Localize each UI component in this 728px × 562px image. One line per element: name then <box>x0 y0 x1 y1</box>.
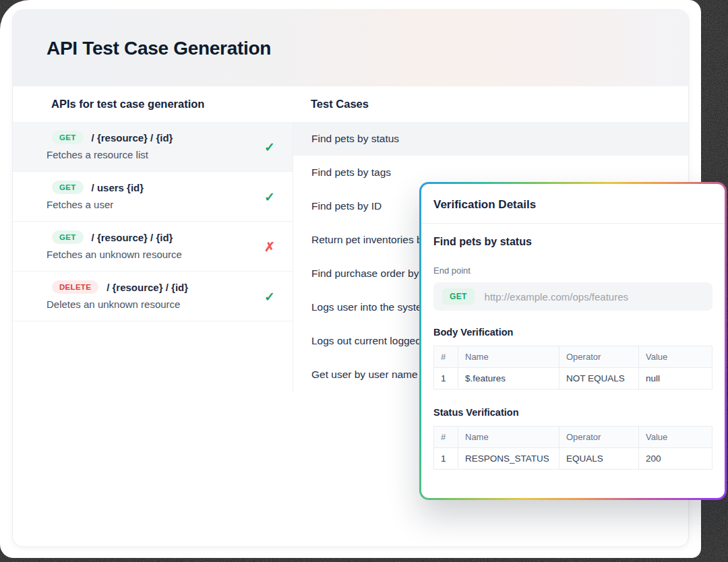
column-header-operator: Operator <box>559 427 639 448</box>
test-case-label: Logs user into the system <box>311 301 431 313</box>
verification-test-name: Find pets by status <box>433 236 712 248</box>
card-header: API Test Case Generation <box>13 10 688 86</box>
column-header-operator: Operator <box>559 346 639 368</box>
api-path: / {resource} / {id} <box>92 132 173 144</box>
column-header-num: # <box>434 346 458 368</box>
verification-panel-header: Verification Details <box>421 184 725 224</box>
apis-section-title: APIs for test case generation <box>13 98 293 111</box>
method-badge: GET <box>52 230 84 244</box>
test-cases-section-title: Test Cases <box>293 98 369 111</box>
api-item[interactable]: GET / users {id} Fetches a user ✓ <box>13 172 293 222</box>
test-case-row[interactable]: Find pets by status <box>293 122 688 156</box>
cell-operator: NOT EQUALS <box>559 368 639 389</box>
api-list: GET / {resource} / {id} Fetches a resour… <box>13 122 293 321</box>
cell-name: $.features <box>458 368 559 389</box>
table-row: 1 $.features NOT EQUALS null <box>434 368 712 389</box>
api-description: Fetches a resource list <box>47 149 274 160</box>
endpoint-label: End point <box>433 266 712 276</box>
endpoint-method-badge: GET <box>442 288 475 305</box>
test-case-label: Find pets by status <box>311 133 399 145</box>
cell-num: 1 <box>434 448 458 470</box>
cross-icon: ✗ <box>264 240 275 253</box>
column-header-value: Value <box>639 346 712 368</box>
method-badge: GET <box>52 131 84 144</box>
cell-num: 1 <box>434 368 458 389</box>
page-title: API Test Case Generation <box>47 38 271 59</box>
api-item[interactable]: DELETE / {resource} / {id} Deletes an un… <box>13 272 293 321</box>
table-row: 1 RESPONS_STATUS EQUALS 200 <box>434 448 712 470</box>
check-icon: ✓ <box>264 140 275 153</box>
method-badge: DELETE <box>52 280 98 294</box>
api-description: Deletes an unknown resource <box>47 299 274 310</box>
status-verification-table: # Name Operator Value 1 RESPONS_STATUS E… <box>433 426 712 470</box>
body-verification-table: # Name Operator Value 1 $.features NOT E… <box>433 346 712 389</box>
endpoint-input[interactable]: GET http://example.com/ops/features <box>433 282 712 311</box>
cell-name: RESPONS_STATUS <box>458 448 559 470</box>
cell-operator: EQUALS <box>559 448 639 470</box>
status-verification-heading: Status Verification <box>433 407 712 418</box>
check-icon: ✓ <box>264 190 275 203</box>
column-header-num: # <box>434 427 458 448</box>
verification-panel: Verification Details Find pets by status… <box>421 184 725 498</box>
cell-value: null <box>639 368 712 389</box>
verification-panel-body: Find pets by status End point GET http:/… <box>421 224 725 482</box>
api-path: / {resource} / {id} <box>92 232 173 243</box>
body-verification-heading: Body Verification <box>433 327 712 338</box>
cell-value: 200 <box>639 448 712 470</box>
method-badge: GET <box>52 181 84 194</box>
api-item[interactable]: GET / {resource} / {id} Fetches an unkno… <box>13 222 293 272</box>
test-case-label: Find pets by tags <box>311 166 391 179</box>
column-header-name: Name <box>458 427 559 448</box>
test-case-label: Find purchase order by ID <box>311 268 432 280</box>
api-path: / {resource} / {id} <box>107 282 188 293</box>
column-header-value: Value <box>639 427 712 448</box>
endpoint-url: http://example.com/ops/features <box>485 291 628 303</box>
columns-header: APIs for test case generation Test Cases <box>13 86 688 122</box>
api-item[interactable]: GET / {resource} / {id} Fetches a resour… <box>13 122 293 172</box>
api-description: Fetches an unknown resource <box>47 249 274 260</box>
api-path: / users {id} <box>92 182 144 193</box>
verification-panel-gradient-border: Verification Details Find pets by status… <box>419 182 727 500</box>
api-description: Fetches a user <box>47 199 274 210</box>
check-icon: ✓ <box>264 290 275 303</box>
verification-panel-title: Verification Details <box>433 198 712 212</box>
column-header-name: Name <box>458 346 559 368</box>
test-case-label: Get user by user name <box>311 369 418 381</box>
test-case-label: Find pets by ID <box>311 200 382 212</box>
